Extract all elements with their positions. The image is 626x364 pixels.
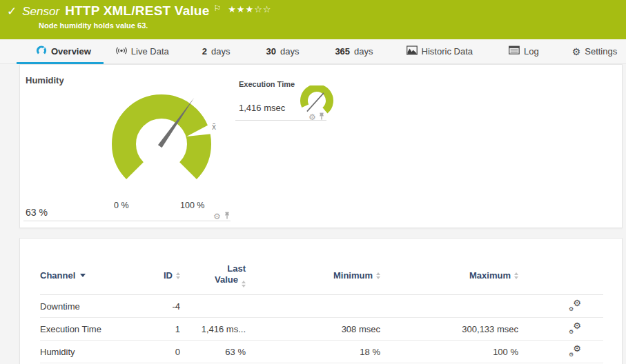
channels-table-panel: Channel ID LastValue Minimum Maximum Dow…: [19, 238, 623, 364]
channel-name: Execution Time: [40, 324, 139, 334]
column-header-channel[interactable]: Channel: [40, 270, 139, 281]
tab-2-days[interactable]: 2 days: [202, 46, 231, 57]
tab-30-days-label: days: [280, 46, 299, 57]
execution-time-current-value: 1,416 msec: [239, 103, 285, 113]
flag-icon[interactable]: ⚐: [213, 3, 221, 13]
channel-last-value: 63 %: [180, 347, 246, 357]
table-row-execution-time[interactable]: Execution Time 1 1,416 ms... 308 msec 30…: [40, 318, 603, 341]
channel-name: Humidity: [40, 347, 139, 357]
overview-gauges-panel: Humidity x̄ 0 % 100 % 63 % ⚙ Execution T…: [19, 64, 623, 228]
humidity-current-value: 63 %: [26, 207, 48, 218]
status-ok-check-icon: ✓: [7, 4, 17, 19]
execution-time-block-divider: [235, 120, 326, 121]
humidity-gauge-title: Humidity: [26, 75, 64, 85]
column-header-last-value[interactable]: LastValue: [180, 263, 246, 287]
tab-2-days-number: 2: [202, 46, 207, 57]
log-icon: [509, 46, 520, 57]
table-row-downtime[interactable]: Downtime -4 ⚙⚙: [40, 295, 603, 318]
sensor-kind-label: Sensor: [22, 5, 59, 19]
channel-id: 1: [139, 324, 180, 334]
sort-caret-down-icon: [80, 274, 86, 277]
humidity-gauge-min-label: 0 %: [114, 201, 129, 210]
tab-historic-data-label: Historic Data: [422, 46, 473, 57]
channel-name: Downtime: [40, 301, 139, 312]
channel-settings-gears-icon[interactable]: ⚙⚙: [569, 323, 581, 334]
humidity-gauge-settings-gear-icon[interactable]: ⚙: [213, 212, 221, 221]
tab-365-days-number: 365: [335, 46, 350, 57]
sort-arrows-icon: [176, 272, 180, 279]
channel-minimum: 308 msec: [246, 324, 380, 334]
sort-arrows-icon: [242, 281, 246, 287]
humidity-block-divider: [23, 221, 231, 221]
channel-settings-gears-icon[interactable]: ⚙⚙: [569, 300, 581, 311]
tab-2-days-label: days: [211, 46, 230, 57]
sensor-status-message: Node humidity holds value 63.: [39, 21, 619, 30]
humidity-average-marker: x̄: [212, 122, 216, 132]
column-header-maximum[interactable]: Maximum: [380, 270, 518, 281]
execution-time-gauge-title: Execution Time: [239, 80, 295, 88]
tab-365-days[interactable]: 365 days: [335, 46, 373, 57]
tab-live-data[interactable]: Live Data: [116, 46, 169, 58]
tab-365-days-label: days: [354, 46, 373, 57]
channels-table: Channel ID LastValue Minimum Maximum Dow…: [40, 256, 603, 363]
live-data-icon: [116, 46, 127, 58]
sensor-status-banner: ✓ Sensor HTTP XML/REST Value ⚐ ★★★☆☆ Nod…: [0, 0, 626, 39]
execution-time-pin-icon[interactable]: [318, 111, 325, 123]
tab-log[interactable]: Log: [509, 46, 539, 57]
tab-30-days-number: 30: [266, 46, 275, 57]
tab-log-label: Log: [524, 46, 539, 57]
channel-settings-gears-icon[interactable]: ⚙⚙: [569, 345, 581, 356]
channel-id: 0: [139, 347, 180, 357]
column-header-id[interactable]: ID: [139, 270, 180, 281]
gauge-icon: [36, 45, 47, 58]
tab-overview[interactable]: Overview: [36, 45, 91, 58]
tab-30-days[interactable]: 30 days: [266, 46, 299, 57]
table-row-humidity[interactable]: Humidity 0 63 % 18 % 100 % ⚙⚙: [40, 341, 603, 363]
channel-maximum: 100 %: [380, 347, 518, 357]
channel-maximum: 300,133 msec: [380, 324, 518, 334]
settings-gear-icon: ⚙: [572, 47, 581, 57]
tab-historic-data[interactable]: Historic Data: [407, 46, 473, 58]
channel-last-value: 1,416 ms...: [180, 324, 246, 334]
column-header-minimum[interactable]: Minimum: [246, 270, 380, 281]
priority-stars[interactable]: ★★★☆☆: [228, 4, 271, 14]
historic-chart-icon: [407, 46, 418, 58]
humidity-gauge-max-label: 100 %: [180, 201, 204, 210]
channel-id: -4: [139, 301, 180, 312]
humidity-gauge: [97, 80, 226, 208]
sort-arrows-icon: [514, 272, 518, 279]
table-header-row: Channel ID LastValue Minimum Maximum: [40, 256, 603, 295]
tab-overview-label: Overview: [51, 46, 91, 57]
tab-live-data-label: Live Data: [131, 46, 169, 57]
tab-settings-label: Settings: [585, 46, 617, 57]
sensor-title: HTTP XML/REST Value: [65, 3, 209, 19]
tab-bar: Overview Live Data 2 days 30 days 365 da…: [0, 39, 626, 64]
tab-settings[interactable]: ⚙ Settings: [572, 46, 618, 57]
channel-minimum: 18 %: [246, 347, 380, 357]
sort-arrows-icon: [376, 272, 380, 279]
